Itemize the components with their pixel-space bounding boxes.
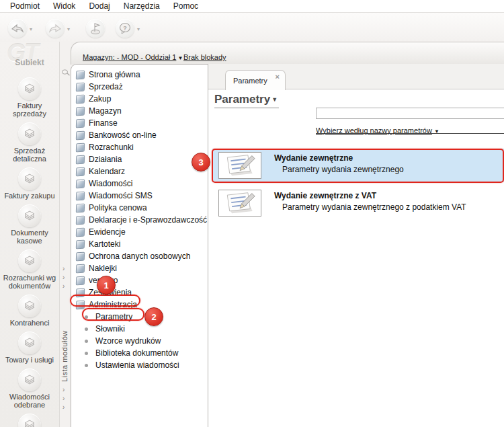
nav-item[interactable]: Działania — [71, 153, 208, 165]
nav-sub-item-label: Biblioteka dokumentów — [95, 348, 178, 358]
chevron-right-icon[interactable]: › — [62, 266, 65, 272]
nav-sub-item[interactable]: Słowniki — [71, 323, 208, 335]
nav-item[interactable]: Naklejki — [71, 262, 208, 274]
warehouse-selector-link[interactable]: Magazyn: - MOD - Oddział 1▼ — [83, 53, 183, 61]
module-item-label: Kontrahenci — [10, 319, 50, 327]
nav-item[interactable]: Ochrona danych osobowych — [71, 250, 208, 262]
vendero-icon — [76, 276, 85, 285]
module-item[interactable]: Dokumenty kasowe — [0, 202, 59, 247]
nav-item[interactable]: Wiadomości — [71, 178, 208, 190]
nav-item-label: Kalendarz — [89, 167, 125, 176]
module-item-label: Wiadomości odebrane — [0, 393, 59, 409]
nav-sub-item[interactable]: Wzorce wydruków — [71, 335, 208, 347]
module-item[interactable]: Faktury zakupu — [0, 165, 59, 202]
nav-item[interactable]: Bankowość on-line — [71, 129, 208, 141]
caret-down-icon: ▼ — [177, 55, 183, 61]
module-item[interactable]: Sprzedaż detaliczna — [0, 120, 59, 165]
nav-sub-item-label: Wzorce wydruków — [95, 336, 161, 346]
nav-item[interactable]: Deklaracje i e-Sprawozdawczość — [71, 214, 208, 226]
menu-item[interactable]: Podmiot — [5, 0, 44, 12]
annotation-box-administracja — [70, 295, 140, 307]
module-item[interactable]: SMS Wiadomości robocze — [0, 412, 59, 427]
tab-parametry[interactable]: Parametry × — [225, 70, 286, 90]
chevron-right-icon[interactable]: › — [62, 395, 65, 402]
page-title[interactable]: Parametry▼ — [214, 93, 279, 108]
caret-down-icon: ▼ — [271, 96, 278, 103]
pin-icon[interactable] — [61, 69, 70, 76]
nav-item[interactable]: Polityka cenowa — [71, 202, 208, 214]
settlements-by-documents-icon — [18, 249, 41, 272]
chevron-right-icon[interactable]: › — [62, 387, 65, 393]
module-item[interactable]: Wiadomości odebrane — [0, 366, 59, 412]
nav-item[interactable]: Magazyn — [71, 105, 208, 117]
activities-icon — [76, 155, 85, 164]
nav-item[interactable]: Ewidencje — [71, 226, 208, 238]
parameter-search-input[interactable] — [316, 108, 504, 119]
nav-sub-item[interactable]: Biblioteka dokumentów — [71, 347, 208, 359]
price-policy-icon — [76, 203, 85, 212]
module-strip-label[interactable]: Lista modułów — [60, 316, 71, 397]
nav-item[interactable]: Strona główna — [71, 69, 208, 81]
menu-item[interactable]: Pomoc — [169, 0, 203, 12]
back-button[interactable] — [8, 19, 27, 38]
nav-item[interactable]: Kartoteki — [71, 238, 208, 250]
menu-item[interactable]: Dodaj — [84, 0, 114, 12]
help-dropdown-arrow[interactable]: ▾ — [137, 26, 140, 32]
nav-item[interactable]: Wiadomości SMS — [71, 190, 208, 202]
nav-item[interactable]: vendero — [71, 274, 208, 286]
nav-item-label: Wiadomości — [89, 179, 132, 188]
help-question-icon: ? — [119, 22, 131, 34]
warehouse-icon — [76, 106, 85, 116]
forward-arrow-icon — [49, 24, 61, 33]
flag-button[interactable] — [86, 19, 105, 38]
module-item[interactable]: Kontrahenci — [0, 293, 59, 329]
sms-messages-icon — [76, 191, 85, 200]
nav-sub-item[interactable]: Ustawienia wiadomości — [71, 359, 208, 371]
nav-item-label: Sprzedaż — [89, 82, 123, 91]
nav-item[interactable]: Zakup — [71, 93, 208, 105]
chevron-right-icon[interactable]: › — [62, 283, 65, 290]
filter-dropdown[interactable]: Wybierz według nazwy parametrów▼ — [316, 124, 504, 134]
goods-services-icon — [18, 332, 41, 354]
nav-item-label: Rozrachunki — [89, 143, 134, 152]
menu-item-label: Pomoc — [173, 1, 198, 11]
module-item-label: Rozrachunki wg dokumentów — [0, 274, 59, 290]
menu-item-label: Podmiot — [10, 1, 40, 11]
module-item[interactable]: Rozrachunki wg dokumentów — [0, 247, 59, 293]
parameter-list-item[interactable]: Wydanie zewnętrzne z VAT Parametry wydan… — [212, 186, 504, 220]
module-item[interactable]: Faktury sprzedaży — [0, 75, 59, 120]
nav-item[interactable]: Finanse — [71, 117, 208, 129]
menu-item-label: Widok — [53, 1, 75, 11]
help-button[interactable]: ? — [116, 19, 134, 38]
finance-icon — [76, 118, 85, 128]
annotation-frame-selected-item — [212, 149, 504, 183]
online-banking-icon — [76, 130, 85, 140]
tab-label: Parametry — [233, 77, 267, 85]
nav-item[interactable]: Sprzedaż — [71, 81, 208, 93]
bullet-icon — [85, 340, 88, 343]
forward-button[interactable] — [46, 19, 65, 38]
nav-sub-item-label: Słowniki — [95, 324, 125, 334]
nav-item[interactable]: Kalendarz — [71, 165, 208, 178]
nav-item-label: Deklaracje i e-Sprawozdawczość — [89, 215, 207, 225]
cash-documents-icon — [18, 204, 41, 227]
navigation-panel: Strona główna Sprzedaż Zakup Magazyn Fin… — [71, 64, 208, 427]
tab-close-icon[interactable]: × — [276, 73, 280, 81]
module-item-label: Towary i usługi — [5, 356, 54, 364]
lock-status-label: Brak blokady — [183, 53, 226, 61]
module-item-label: Dokumenty kasowe — [0, 229, 59, 245]
labels-icon — [76, 264, 85, 273]
module-item[interactable]: Towary i usługi — [0, 329, 59, 366]
back-dropdown-arrow[interactable]: ▾ — [30, 26, 32, 32]
forward-dropdown-arrow[interactable]: ▾ — [67, 26, 70, 32]
lock-status-link[interactable]: Brak blokady — [183, 53, 226, 61]
nav-item[interactable]: Rozrachunki — [71, 141, 208, 153]
chevron-right-icon[interactable]: › — [62, 274, 65, 281]
home-icon — [76, 70, 85, 79]
contractors-icon — [18, 295, 41, 317]
menu-item[interactable]: Narzędzia — [119, 0, 165, 12]
chevron-right-icon[interactable]: › — [62, 404, 65, 411]
nav-sub-item-label: Ustawienia wiadomości — [95, 360, 179, 370]
nav-item-label: Naklejki — [89, 264, 117, 273]
menu-item[interactable]: Widok — [48, 0, 80, 12]
